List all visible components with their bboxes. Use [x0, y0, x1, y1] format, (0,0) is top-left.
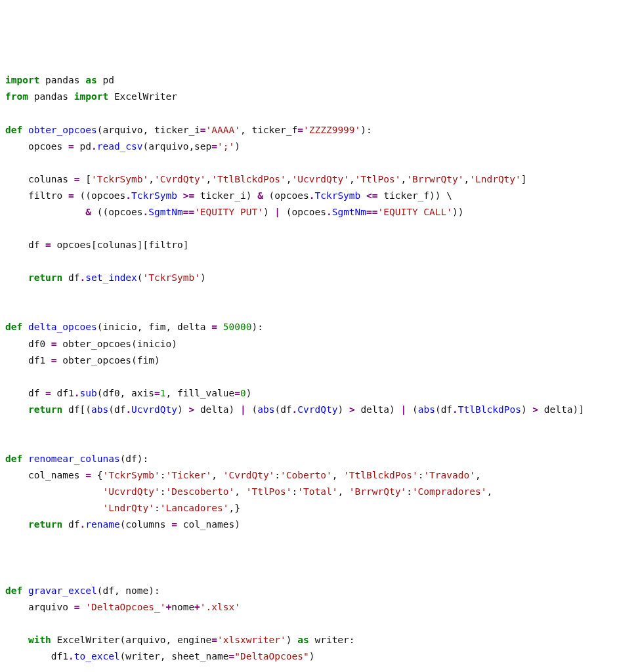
token-op: == — [183, 207, 194, 217]
token-str: 'Coberto' — [280, 470, 332, 480]
token-op: = — [211, 635, 217, 645]
token-str: 'EQUITY PUT' — [194, 207, 263, 217]
token-kw: return — [28, 272, 62, 283]
token-idb: abs — [418, 404, 435, 415]
token-kw: def — [5, 322, 22, 332]
token-blk: , — [337, 486, 349, 497]
token-str: 'CvrdQty' — [223, 470, 275, 480]
token-idb: to_excel — [74, 651, 120, 662]
token-blk: [ — [80, 174, 91, 184]
token-op: = — [228, 651, 234, 662]
code-line: def renomear_colunas(df): — [5, 453, 148, 464]
token-str: '.xlsx' — [200, 602, 240, 612]
token-blk: opcoes — [5, 141, 68, 152]
token-op: + — [165, 602, 171, 612]
token-str: 'Lancadores' — [160, 503, 229, 513]
token-idb: TckrSymb — [131, 190, 177, 201]
token-op: . — [125, 190, 131, 201]
token-op: = — [211, 322, 217, 332]
token-blk: ticker_i) — [194, 190, 257, 201]
token-op: = — [154, 388, 160, 398]
code-line — [5, 569, 11, 579]
token-op: . — [143, 207, 149, 217]
code-line: col_names = {'TckrSymb':'Ticker', 'CvrdQ… — [5, 470, 481, 480]
token-str: "DeltaOpcoes" — [234, 651, 309, 662]
token-str: 'LndrQty' — [469, 174, 521, 184]
token-blk: : — [406, 486, 412, 497]
token-blk: , — [211, 470, 223, 480]
token-blk: ExcelWriter — [108, 91, 177, 102]
code-line: def delta_opcoes(inicio, fim, delta = 50… — [5, 322, 263, 332]
token-blk: col_names — [5, 470, 85, 480]
token-blk: , fill_value — [165, 388, 234, 398]
token-blk: (columns — [120, 519, 172, 530]
token-op: = — [74, 174, 80, 184]
token-op: = — [211, 141, 217, 152]
token-blk — [5, 207, 85, 217]
token-blk: ) — [263, 207, 274, 217]
code-line: return df.rename(columns = col_names) — [5, 519, 240, 530]
token-num: 0 — [240, 388, 246, 398]
token-blk: , — [148, 174, 154, 184]
token-op: | — [240, 404, 246, 415]
token-str: 'Travado' — [423, 470, 475, 480]
token-blk: delta) — [355, 404, 401, 415]
token-op: . — [326, 207, 332, 217]
token-op: = — [68, 190, 74, 201]
token-blk — [5, 272, 28, 283]
token-op: = — [45, 388, 51, 398]
token-blk: , — [234, 486, 245, 497]
token-idb: gravar_excel — [28, 585, 97, 596]
token-str: 'TtlBlckdPos' — [211, 174, 286, 184]
code-block: import pandas as pd from pandas import E… — [5, 72, 633, 672]
token-blk — [5, 519, 28, 530]
code-line: def gravar_excel(df, nome): — [5, 585, 160, 596]
token-op: . — [91, 141, 97, 152]
token-str: 'BrrwrQty' — [349, 486, 406, 497]
token-blk: ((opcoes — [74, 190, 126, 201]
token-blk: col_names) — [177, 519, 240, 530]
token-str: 'CvrdQty' — [154, 174, 206, 184]
token-op: . — [125, 404, 131, 415]
token-blk: { — [91, 470, 102, 480]
token-blk: , — [286, 174, 292, 184]
token-str: 'TckrSymb' — [102, 470, 160, 480]
code-line — [5, 553, 11, 563]
code-line — [5, 108, 11, 118]
code-line: with ExcelWriter(arquivo, engine='xlsxwr… — [5, 635, 355, 645]
token-str: 'ZZZZ9999' — [303, 125, 360, 135]
token-idb: renomear_colunas — [28, 453, 120, 464]
token-str: 'Compradores' — [412, 486, 487, 497]
code-line: return df[(abs(df.UcvrdQty) > delta) | (… — [5, 404, 584, 415]
token-op: | — [401, 404, 407, 415]
token-op: = — [200, 125, 206, 135]
token-str: ';' — [217, 141, 234, 152]
token-str: 'TtlPos' — [355, 174, 401, 184]
token-blk: , — [400, 174, 406, 184]
token-str: 'BrrwrQty' — [406, 174, 463, 184]
token-blk: pandas — [28, 91, 74, 102]
token-op: . — [452, 404, 458, 415]
token-blk: arquivo — [5, 602, 74, 612]
token-blk: (arquivo,sep — [143, 141, 212, 152]
token-idb: read_csv — [97, 141, 143, 152]
token-idb: TtlBlckdPos — [458, 404, 521, 415]
code-line: df1.to_excel(writer, sheet_name="DeltaOp… — [5, 651, 314, 662]
token-op: + — [194, 602, 200, 612]
token-blk: ] — [521, 174, 527, 184]
token-op: = — [68, 141, 74, 152]
token-idb: SgmtNm — [332, 207, 366, 217]
token-idb: obter_opcoes — [28, 125, 97, 135]
token-blk: ,} — [228, 503, 240, 513]
code-line: df1 = obter_opcoes(fim) — [5, 355, 160, 366]
token-str: 'Descoberto' — [165, 486, 234, 497]
code-line: import pandas as pd — [5, 75, 114, 85]
token-blk — [22, 453, 28, 464]
token-blk: obter_opcoes(inicio) — [57, 339, 177, 349]
code-line: df = opcoes[colunas][filtro] — [5, 240, 188, 250]
token-blk: filtro — [5, 190, 68, 201]
token-blk: delta)] — [538, 404, 584, 415]
code-line — [5, 223, 11, 234]
token-blk — [5, 503, 102, 513]
code-line — [5, 256, 11, 266]
